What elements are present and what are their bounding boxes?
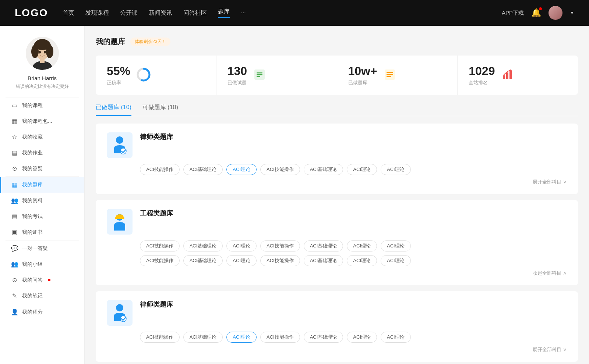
sidebar-item-notes[interactable]: ✎ 我的笔记 [0,288,84,304]
notes-icon: ✎ [11,292,18,299]
qbank-tag[interactable]: ACI理论 [381,240,411,251]
sidebar-item-exam[interactable]: ▤ 我的考试 [0,208,84,224]
qbank-card-lawyer-2: 律师类题库 ACI技能操作 ACI基础理论 ACI理论 ACI技能操作 ACI基… [96,291,578,362]
svg-rect-13 [257,72,262,74]
app-download-button[interactable]: APP下载 [502,10,524,17]
sidebar-item-label: 我的作业 [22,150,43,156]
svg-rect-26 [115,217,124,219]
qbank-tag[interactable]: ACI技能操作 [140,255,180,266]
qbank-tag[interactable]: ACI技能操作 [260,240,300,251]
sidebar-item-qbank[interactable]: ▦ 我的题库 [0,177,84,193]
user-menu-chevron[interactable]: ▼ [570,10,574,15]
sidebar-item-profile[interactable]: 👥 我的资料 [0,193,84,208]
nav-qa[interactable]: 问答社区 [183,9,207,17]
qbank-engineer-tags-row2: ACI技能操作 ACI基础理论 ACI理论 ACI技能操作 ACI基础理论 AC… [140,255,567,266]
qbank-tag[interactable]: ACI理论 [347,255,377,266]
exam-icon: ▤ [11,213,18,220]
sidebar-profile: Brian Harris 错误的决定比没有决定要好 [0,26,84,97]
homework-icon: ▤ [11,149,18,156]
nav-links: 首页 发现课程 公开课 新闻资讯 问答社区 题库 ··· [63,8,487,18]
collapse-button[interactable]: 收起全部科目 ∧ [533,270,567,276]
myqa-icon: ⊙ [11,276,18,283]
done-banks-icon [383,68,396,83]
qbank-tag[interactable]: ACI理论 [381,255,411,266]
qbank-tag[interactable]: ACI技能操作 [260,255,300,266]
qbank-tag[interactable]: ACI技能操作 [260,332,300,343]
sidebar-item-homework[interactable]: ▤ 我的作业 [0,145,84,161]
notification-bell[interactable]: 🔔 [531,8,541,18]
navbar-right: APP下载 🔔 ▼ [502,6,574,20]
expand-button[interactable]: 展开全部科目 ∨ [533,179,567,185]
qbank-tag[interactable]: ACI理论 [226,255,257,266]
qbank-tag[interactable]: ACI理论 [226,240,257,251]
certificate-icon: ▣ [11,229,18,236]
qbank-tag[interactable]: ACI理论 [347,240,377,251]
svg-rect-20 [503,75,505,79]
svg-rect-7 [40,58,45,63]
sidebar-item-certificate[interactable]: ▣ 我的证书 [0,224,84,240]
qbank-engineer-title: 工程类题库 [140,209,173,218]
sidebar-item-points[interactable]: 👤 我的积分 [0,304,84,320]
qbank-engineer-icon [107,209,133,235]
sidebar-item-course-package[interactable]: ▦ 我的课程包... [0,113,84,129]
qbank-card-header: 律师类题库 [107,132,567,158]
site-rank-icon [501,68,514,83]
nav-news[interactable]: 新闻资讯 [149,9,172,17]
expand-button-2[interactable]: 展开全部科目 ∨ [533,346,567,353]
qbank-tag[interactable]: ACI基础理论 [183,240,223,251]
qbank-tag[interactable]: ACI基础理论 [183,255,223,266]
qbank-tag[interactable]: ACI技能操作 [140,164,180,175]
qbank-tag[interactable]: ACI技能操作 [140,332,180,343]
tab-available-banks[interactable]: 可做题库 (10) [142,104,178,116]
sidebar-item-label: 我的资料 [22,197,43,204]
nav-opencourse[interactable]: 公开课 [120,9,138,17]
qbank-tag[interactable]: ACI理论 [347,332,377,343]
sidebar-item-my-course[interactable]: ▭ 我的课程 [0,97,84,113]
svg-point-8 [39,51,41,54]
svg-rect-14 [257,74,262,75]
sidebar-item-label: 我的题库 [22,182,43,188]
qbank-tag[interactable]: ACI基础理论 [304,255,343,266]
nav-home[interactable]: 首页 [63,9,74,17]
svg-rect-18 [387,74,393,75]
qbank-tag[interactable]: ACI基础理论 [183,164,223,175]
qbank-tag[interactable]: ACI理论 [381,332,411,343]
qbank-engineer-tags-row1: ACI技能操作 ACI基础理论 ACI理论 ACI技能操作 ACI基础理论 AC… [140,240,567,251]
qbank-tag-active[interactable]: ACI理论 [226,164,257,175]
qbank-lawyer-2-title: 律师类题库 [140,300,173,309]
nav-discover[interactable]: 发现课程 [85,9,109,17]
svg-rect-15 [257,76,260,77]
sidebar-item-favorites[interactable]: ☆ 我的收藏 [0,129,84,145]
qbank-tag[interactable]: ACI基础理论 [183,332,223,343]
sidebar-item-ask[interactable]: ⊙ 我的答疑 [0,161,84,176]
qbank-tag[interactable]: ACI理论 [381,164,411,175]
sidebar-item-label: 我的收藏 [22,134,43,140]
qbank-tag-active[interactable]: ACI理论 [226,332,257,343]
nav-qbank[interactable]: 题库 [218,8,230,18]
qbank-lawyer-title: 律师类题库 [140,132,173,141]
sidebar-item-myqa[interactable]: ⊙ 我的问答 [0,272,84,288]
qbank-tag[interactable]: ACI技能操作 [140,240,180,251]
stat-done-banks: 10w+ 已做题库 [337,56,458,95]
qbank-tag[interactable]: ACI基础理论 [304,240,343,251]
logo: LOGO [15,7,48,19]
sidebar-item-label: 我的积分 [22,309,43,315]
qbank-tag[interactable]: ACI基础理论 [304,164,343,175]
qbank-card-engineer: 工程类题库 ACI技能操作 ACI基础理论 ACI理论 ACI技能操作 ACI基… [96,200,578,285]
qbank-lawyer-icon [107,132,133,158]
qbank-tag[interactable]: ACI基础理论 [304,332,343,343]
tabs-row: 已做题库 (10) 可做题库 (10) [96,104,578,116]
my-course-icon: ▭ [11,102,18,109]
avatar[interactable] [549,6,562,20]
favorites-icon: ☆ [11,133,18,140]
qbank-lawyer-2-icon [107,300,133,326]
sidebar-item-group[interactable]: 👥 我的小组 [0,256,84,272]
qbank-footer: 展开全部科目 ∨ [107,179,567,185]
course-package-icon: ▦ [11,118,18,125]
tab-done-banks[interactable]: 已做题库 (10) [96,104,131,116]
qbank-tag[interactable]: ACI技能操作 [260,164,300,175]
nav-more[interactable]: ··· [241,10,246,16]
stat-done-banks-label: 已做题库 [348,79,377,86]
qbank-tag[interactable]: ACI理论 [347,164,377,175]
sidebar-item-1on1[interactable]: 💬 一对一答疑 [0,240,84,256]
